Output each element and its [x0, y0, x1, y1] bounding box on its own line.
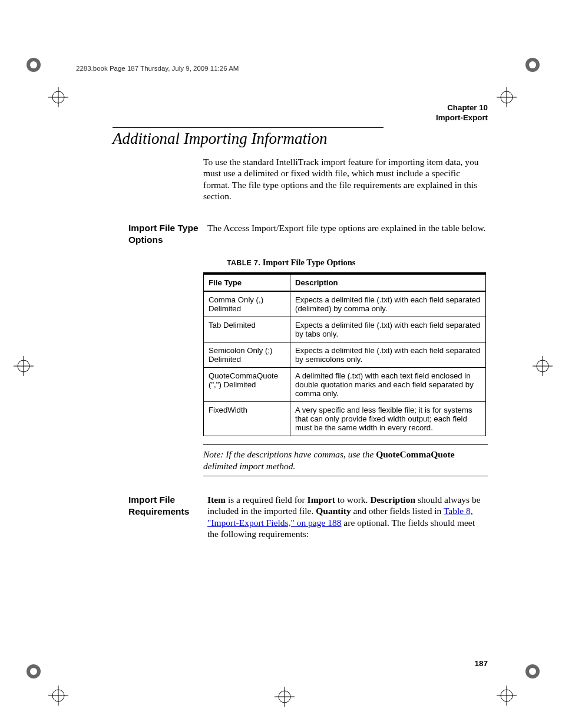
section-body: The Access Import/Export file type optio…	[207, 222, 488, 233]
page-root: 2283.book Page 187 Thursday, July 9, 200…	[0, 0, 562, 728]
content-area: To use the standard IntelliTrack import …	[128, 156, 488, 540]
table-cell-filetype: QuoteCommaQuote (",") Delimited	[204, 367, 290, 401]
table-caption-title: Import File Type Options	[260, 258, 355, 267]
section-body: Item is a required field for Import to w…	[207, 494, 488, 540]
registration-mark-icon	[14, 356, 34, 376]
req-quantity: Quantity	[316, 506, 351, 516]
table-7: TABLE 7. Import File Type Options File T…	[203, 258, 488, 436]
registration-mark-icon	[533, 356, 553, 376]
svg-point-7	[529, 668, 536, 675]
registration-mark-icon	[48, 686, 68, 706]
section-file-requirements: Import File Requirements Item is a requi…	[128, 494, 488, 540]
section-label: Import File Type Options	[128, 222, 207, 246]
table-cell-description: A very specific and less flexible file; …	[290, 401, 486, 436]
table-cell-filetype: FixedWidth	[204, 401, 290, 436]
running-head-chapter: Chapter 10	[436, 103, 488, 113]
page-title: Additional Importing Information	[113, 130, 328, 148]
table-cell-description: Expects a delimited file (.txt) with eac…	[290, 291, 486, 317]
table-header-filetype: File Type	[204, 274, 290, 291]
req-item: Item	[207, 495, 226, 505]
req-text: is a required field for	[226, 495, 308, 505]
crop-ornament-icon	[524, 57, 541, 73]
svg-point-5	[30, 668, 37, 675]
registration-mark-icon	[497, 686, 517, 706]
note-label: Note:	[203, 449, 223, 459]
table-caption: TABLE 7. Import File Type Options	[227, 258, 488, 268]
table-header-description: Description	[290, 274, 486, 291]
registration-mark-icon	[275, 687, 295, 707]
table-caption-label: TABLE 7.	[227, 259, 260, 267]
registration-mark-icon	[497, 87, 517, 107]
registration-mark-icon	[48, 87, 68, 107]
table-cell-filetype: Comma Only (,) Delimited	[204, 291, 290, 317]
req-import: Import	[308, 495, 335, 505]
table-row: Comma Only (,) Delimited Expects a delim…	[204, 291, 486, 317]
table-cell-filetype: Semicolon Only (;) Delimited	[204, 342, 290, 367]
note-body-b: delimited import method.	[203, 461, 295, 471]
section-label: Import File Requirements	[128, 494, 207, 518]
table-row: QuoteCommaQuote (",") Delimited A delimi…	[204, 367, 486, 401]
section-file-type-options: Import File Type Options The Access Impo…	[128, 222, 488, 246]
crop-header-text: 2283.book Page 187 Thursday, July 9, 200…	[76, 65, 501, 72]
table-row: Tab Delimited Expects a delimited file (…	[204, 317, 486, 342]
note-body-a: If the descriptions have commas, use the	[223, 449, 376, 459]
table-cell-filetype: Tab Delimited	[204, 317, 290, 342]
table-row: Semicolon Only (;) Delimited Expects a d…	[204, 342, 486, 367]
table-cell-description: Expects a delimited file (.txt) with eac…	[290, 342, 486, 367]
table-cell-description: A delimited file (.txt) with each text f…	[290, 367, 486, 401]
note-block: Note: If the descriptions have commas, u…	[203, 444, 488, 476]
table-cell-description: Expects a delimited file (.txt) with eac…	[290, 317, 486, 342]
running-head-section: Import-Export	[436, 113, 488, 123]
req-description: Description	[370, 495, 415, 505]
crop-ornament-icon	[524, 663, 541, 680]
running-head: Chapter 10 Import-Export	[436, 103, 488, 123]
crop-ornament-icon	[25, 663, 42, 680]
h1-rule	[113, 127, 384, 128]
note-bold: QuoteCommaQuote	[376, 449, 454, 459]
crop-ornament-icon	[25, 57, 42, 73]
svg-point-1	[30, 61, 37, 68]
intro-paragraph: To use the standard IntelliTrack import …	[203, 156, 488, 202]
req-text: to work.	[335, 495, 370, 505]
table-row: FixedWidth A very specific and less flex…	[204, 401, 486, 436]
svg-point-3	[529, 61, 536, 68]
req-text: and other fields listed in	[351, 506, 444, 516]
page-number: 187	[474, 659, 488, 668]
